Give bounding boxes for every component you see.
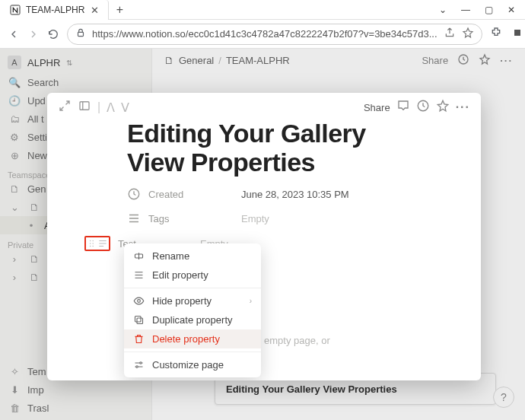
plus-circle-icon: ⊕ — [8, 148, 21, 162]
share-url-icon[interactable] — [444, 27, 456, 41]
expand-icon[interactable] — [58, 99, 72, 116]
menu-item-duplicate-property[interactable]: Duplicate property — [124, 310, 261, 329]
svg-point-14 — [138, 300, 141, 303]
peek-mode-icon[interactable] — [78, 99, 91, 116]
maximize-button[interactable]: ▢ — [484, 5, 493, 15]
page-title[interactable]: Editing Your GalleryView Properties — [127, 119, 460, 177]
url-text: https://www.notion.so/ecc0c1d41c3c4782a4… — [92, 28, 438, 40]
minimize-button[interactable]: — — [461, 5, 470, 15]
sidebar-item-import[interactable]: ⬇Imp — [0, 380, 151, 399]
breadcrumb-item[interactable]: General — [179, 55, 214, 66]
menu-item-edit-property[interactable]: Edit property — [124, 266, 261, 285]
trash-icon — [133, 333, 145, 345]
menu-item-hide-property[interactable]: Hide property› — [124, 291, 261, 310]
property-label: Tags — [148, 213, 209, 224]
clock-icon: 🕘 — [8, 94, 21, 107]
menu-item-customize-page[interactable]: Customize page — [124, 355, 261, 374]
duplicate-icon — [133, 314, 145, 326]
more-icon[interactable]: ··· — [500, 55, 513, 66]
menu-separator — [124, 288, 261, 288]
star-icon[interactable] — [479, 53, 491, 68]
sidebar-item-trash[interactable]: 🗑Trasl — [0, 399, 151, 417]
workspace-avatar: A — [8, 56, 21, 69]
breadcrumb-item[interactable]: TEAM-ALPHR — [226, 55, 290, 66]
download-icon: ⬇ — [8, 383, 21, 396]
svg-rect-16 — [135, 317, 142, 323]
browser-tab-title: TEAM-ALPHR — [26, 5, 84, 15]
svg-point-17 — [140, 362, 142, 364]
share-button[interactable]: Share — [364, 102, 390, 113]
svg-point-11 — [92, 243, 93, 243]
notion-app: A ALPHR ⇅ 🔍Search 🕘Upd 🗂All t ⚙Setti ⊕Ne… — [0, 49, 525, 420]
breadcrumb-separator: / — [218, 55, 221, 66]
svg-point-8 — [90, 243, 91, 243]
prev-icon[interactable]: ᐱ — [107, 100, 115, 115]
forward-button[interactable] — [27, 27, 40, 41]
clock-icon[interactable] — [416, 99, 430, 116]
window-controls: ⌄ — ▢ ✕ — [429, 0, 525, 19]
bullet-icon: • — [24, 218, 38, 232]
tag-list-icon — [127, 212, 141, 225]
stop-icon[interactable] — [511, 27, 523, 42]
share-button[interactable]: Share — [422, 55, 448, 66]
reload-button[interactable] — [47, 27, 59, 41]
sidebar-item-search[interactable]: 🔍Search — [0, 73, 151, 91]
close-window-button[interactable]: ✕ — [507, 5, 516, 15]
property-row-created[interactable]: Created June 28, 2023 10:35 PM — [127, 187, 460, 201]
browser-titlebar: TEAM-ALPHR ✕ + ⌄ — ▢ ✕ — [0, 0, 525, 20]
modal-body: Editing Your GalleryView Properties Crea… — [47, 119, 481, 251]
notion-favicon-icon — [9, 4, 21, 16]
sidebar-label: Search — [27, 77, 59, 88]
tab-close-icon[interactable]: ✕ — [89, 5, 100, 16]
star-icon[interactable] — [436, 99, 450, 116]
sidebar-label: New — [27, 150, 47, 161]
chevron-down-icon: ⌄ — [8, 200, 21, 214]
help-icon: ? — [501, 391, 507, 403]
page-icon: 🗋 — [8, 182, 21, 196]
star-icon[interactable] — [462, 27, 474, 41]
svg-point-9 — [90, 246, 91, 247]
property-row-tags[interactable]: Tags Empty — [127, 212, 460, 225]
clock-icon[interactable] — [457, 53, 469, 68]
page-icon: 🗋 — [27, 252, 41, 266]
rename-icon — [133, 250, 145, 262]
svg-rect-15 — [137, 318, 143, 324]
browser-tab[interactable]: TEAM-ALPHR ✕ — [0, 0, 109, 20]
page-peek-modal: | ᐱ ᐯ Share ··· Editing Your GalleryView… — [47, 93, 481, 380]
chevron-right-icon: › — [8, 252, 21, 266]
svg-rect-1 — [78, 32, 84, 36]
extensions-icon[interactable] — [490, 27, 502, 42]
new-tab-button[interactable]: + — [109, 0, 130, 19]
chevron-right-icon: › — [250, 297, 252, 305]
property-value: June 28, 2023 10:35 PM — [241, 189, 349, 200]
gear-icon: ⚙ — [8, 130, 21, 144]
sidebar-label: Upd — [27, 95, 46, 107]
lock-icon — [75, 27, 86, 40]
more-icon[interactable]: ··· — [456, 100, 470, 114]
page-icon: 🗋 — [27, 270, 41, 284]
page-icon: 🗋 — [27, 200, 41, 214]
sliders-icon — [133, 359, 145, 371]
svg-rect-4 — [80, 102, 89, 110]
comments-icon[interactable] — [396, 99, 410, 116]
clock-icon — [127, 187, 141, 201]
back-button[interactable] — [8, 27, 20, 41]
menu-item-delete-property[interactable]: Delete property — [124, 329, 261, 348]
modal-toolbar: | ᐱ ᐯ Share ··· — [47, 93, 481, 122]
menu-separator — [124, 352, 261, 352]
chevron-right-icon: › — [8, 270, 21, 284]
drag-handle-highlight[interactable] — [84, 236, 110, 251]
svg-point-10 — [92, 240, 93, 241]
browser-toolbar: https://www.notion.so/ecc0c1d41c3c4782a4… — [0, 20, 525, 49]
menu-item-rename[interactable]: Rename — [124, 247, 261, 266]
next-icon[interactable]: ᐯ — [121, 100, 129, 115]
property-context-menu: Rename Edit property Hide property› Dupl… — [124, 243, 261, 377]
address-bar[interactable]: https://www.notion.so/ecc0c1d41c3c4782a4… — [67, 24, 482, 45]
breadcrumb: 🗋 General / TEAM-ALPHR Share ··· — [152, 49, 525, 72]
chevron-down-icon[interactable]: ⌄ — [438, 5, 447, 15]
workspace-name: ALPHR — [27, 57, 60, 68]
workspace-switcher[interactable]: A ALPHR ⇅ — [0, 52, 151, 73]
inbox-icon: 🗂 — [8, 112, 21, 126]
chevron-updown-icon: ⇅ — [66, 59, 72, 67]
help-button[interactable]: ? — [493, 387, 514, 408]
